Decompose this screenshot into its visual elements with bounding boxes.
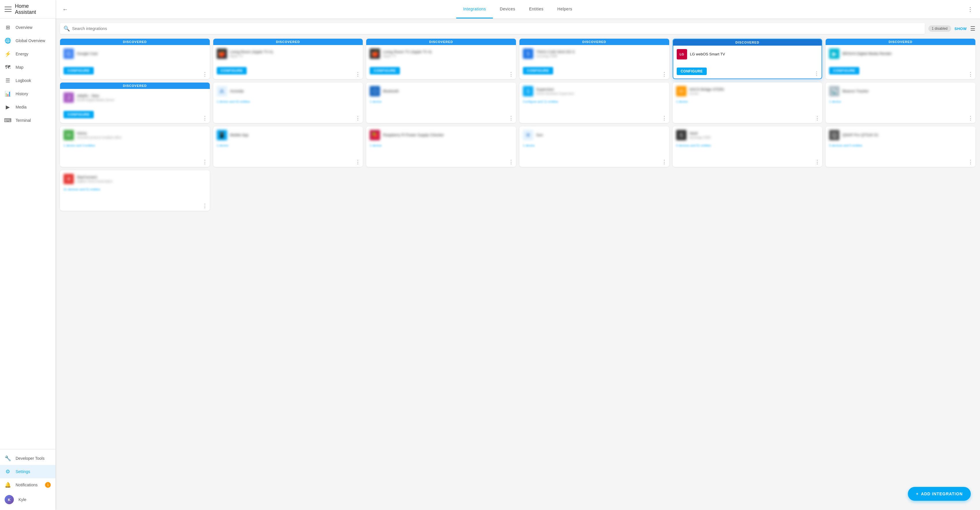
configure-button-living-room-tv[interactable]: CONFIGURE	[370, 67, 400, 75]
sidebar-item-user[interactable]: KKyle	[0, 491, 56, 508]
card-info: Acmeda	[230, 89, 244, 94]
tab-entities[interactable]: Entities	[522, 0, 550, 19]
card-body: ▶ BRAVIA Digital Media Render	[826, 45, 975, 65]
configure-button-jellyfin[interactable]: CONFIGURE	[64, 111, 94, 118]
card-logo-sun: ☀	[523, 130, 533, 140]
sidebar-item-settings[interactable]: ⚙Settings	[0, 465, 56, 478]
card-sun: ☀ Sun 1 device ⋮	[519, 126, 669, 167]
card-header: S Supervisor Home Assistant Supervisor	[523, 86, 666, 96]
card-more-button-living-room-apple[interactable]: ⋮	[355, 72, 360, 77]
sidebar-item-history[interactable]: 📊History	[0, 87, 56, 100]
card-footer: CONFIGURE	[60, 108, 210, 121]
card-logo-dlna-6: ▶	[829, 48, 840, 59]
card-mobile-app: 📱 Mobile App 1 device ⋮	[213, 126, 363, 167]
configure-button-google-cast[interactable]: CONFIGURE	[64, 67, 94, 75]
add-integration-button[interactable]: +ADD INTEGRATION	[908, 487, 971, 501]
card-more-button-lg-webos[interactable]: ⋮	[814, 71, 819, 76]
sidebar-item-overview[interactable]: ⊞Overview	[0, 21, 56, 34]
card-body: H HACS Bridge STDIN Govee 1 device	[673, 83, 822, 107]
card-footer: CONFIGURE	[673, 65, 822, 78]
card-more-button-supervisor[interactable]: ⋮	[662, 115, 667, 121]
sidebar-header: Home Assistant	[0, 0, 56, 19]
card-title-google-cast: Google Cast	[77, 51, 97, 56]
more-options-button[interactable]: ⋮	[965, 3, 975, 15]
sidebar-label-map: Map	[16, 65, 23, 70]
user-avatar: K	[5, 495, 14, 504]
card-body: S TNAS C182 NAS DS S Synology DSM	[519, 45, 669, 65]
search-input-wrap[interactable]: 🔍	[60, 23, 925, 34]
card-dlna-6: Discovered ▶ BRAVIA Digital Media Render…	[826, 39, 975, 79]
sidebar-item-developer-tools[interactable]: 🔧Developer Tools	[0, 452, 56, 465]
sidebar-item-terminal[interactable]: ⌨Terminal	[0, 114, 56, 127]
sidebar-item-logbook[interactable]: ☰Logbook	[0, 74, 56, 87]
card-header: A Acmeda	[217, 86, 360, 96]
card-more-button-synology[interactable]: ⋮	[662, 72, 667, 77]
sidebar-item-media[interactable]: ▶Media	[0, 100, 56, 114]
card-more-button-mobile-app[interactable]: ⋮	[355, 159, 360, 164]
card-header: 📱 Mobile App	[217, 130, 360, 140]
sidebar-label-developer-tools: Developer Tools	[16, 456, 45, 461]
card-links: 5 devices and 51 entities	[676, 144, 819, 147]
card-links: 1 device	[523, 144, 666, 147]
filter-button[interactable]: ☰	[970, 25, 975, 32]
sidebar-item-global-overview[interactable]: 🌐Global Overview	[0, 34, 56, 47]
card-info: LG webOS Smart TV	[690, 52, 725, 57]
card-more-button-google-cast[interactable]: ⋮	[202, 72, 207, 77]
card-more-button-hacs-bridge[interactable]: ⋮	[815, 115, 820, 121]
app-title: Home Assistant	[15, 3, 51, 15]
show-disabled-button[interactable]: SHOW	[955, 27, 967, 31]
back-button[interactable]: ←	[60, 4, 70, 15]
card-more-button-acmeda[interactable]: ⋮	[355, 115, 360, 121]
card-header: Q QNAP Pro QTS16 S1	[829, 130, 972, 140]
card-more-button-home[interactable]: ⋮	[202, 159, 207, 164]
card-body: ☀ Sun 1 device	[519, 126, 669, 151]
card-living-room-apple: Discovered 🍎 Living Room (Apple TV A) Ap…	[213, 39, 363, 79]
card-more-button-skyconnect[interactable]: ⋮	[202, 203, 207, 209]
card-more-button-living-room-tv[interactable]: ⋮	[509, 72, 514, 77]
sidebar-label-settings: Settings	[16, 469, 30, 474]
card-title-sun: Sun	[536, 133, 543, 138]
card-title-skyconnect: SkyConnect	[77, 175, 113, 180]
sidebar-label-terminal: Terminal	[16, 118, 31, 123]
search-input[interactable]	[72, 26, 921, 31]
map-icon: 🗺	[5, 64, 11, 70]
card-links: 1 device and 42 entities	[217, 100, 360, 103]
tab-integrations[interactable]: Integrations	[456, 0, 493, 19]
configure-button-dlna-6[interactable]: CONFIGURE	[829, 67, 859, 75]
card-links: 1 device	[829, 100, 972, 103]
card-footer: CONFIGURE	[213, 65, 363, 77]
card-lg-webos: Discovered LG LG webOS Smart TV CONFIGUR…	[673, 39, 822, 79]
card-vault: S Vault Synology DSM 5 devices and 51 en…	[673, 126, 822, 167]
card-subtitle: Zigbee Home Automation	[77, 180, 113, 183]
card-info: SkyConnect Zigbee Home Automation	[77, 175, 113, 183]
card-more-button-sun[interactable]: ⋮	[662, 159, 667, 164]
card-more-button-raspberry-pi[interactable]: ⋮	[509, 159, 514, 164]
card-more-button-qnap[interactable]: ⋮	[968, 159, 973, 164]
disabled-badge: 1 disabled	[928, 26, 951, 32]
configure-button-living-room-apple[interactable]: CONFIGURE	[217, 67, 247, 75]
card-more-button-beacon-tracker[interactable]: ⋮	[968, 115, 973, 121]
hamburger-menu-icon[interactable]	[5, 6, 11, 13]
card-title-hacs-bridge: HACS Bridge STDIN	[689, 87, 724, 92]
card-more-button-bluetooth[interactable]: ⋮	[509, 115, 514, 121]
card-more-button-dlna-6[interactable]: ⋮	[968, 72, 973, 77]
configure-button-synology[interactable]: CONFIGURE	[523, 67, 553, 75]
tab-devices[interactable]: Devices	[493, 0, 522, 19]
card-body: 📡 Beacon Tracker 1 device	[826, 83, 975, 107]
card-footer: CONFIGURE	[826, 65, 975, 77]
card-footer: CONFIGURE	[60, 65, 210, 77]
sidebar-item-energy[interactable]: ⚡Energy	[0, 47, 56, 61]
card-info: QNAP Pro QTS16 S1	[842, 133, 878, 138]
card-header: J Jellyfin - New DLNA Digital Media Serv…	[64, 92, 206, 103]
sidebar-item-notifications[interactable]: 🔔Notifications1	[0, 478, 56, 491]
card-links: 1 device	[217, 144, 360, 147]
card-more-button-vault[interactable]: ⋮	[815, 159, 820, 164]
sidebar-item-map[interactable]: 🗺Map	[0, 61, 56, 74]
card-info: TNAS C182 NAS DS S Synology DSM	[536, 49, 575, 58]
card-more-button-jellyfin[interactable]: ⋮	[202, 115, 207, 121]
card-header: ▶ BRAVIA Digital Media Render	[829, 48, 972, 59]
tab-helpers[interactable]: Helpers	[550, 0, 579, 19]
card-title-qnap: QNAP Pro QTS16 S1	[842, 133, 878, 138]
card-body: S Vault Synology DSM 5 devices and 51 en…	[673, 126, 822, 151]
configure-button-lg-webos[interactable]: CONFIGURE	[677, 67, 707, 75]
